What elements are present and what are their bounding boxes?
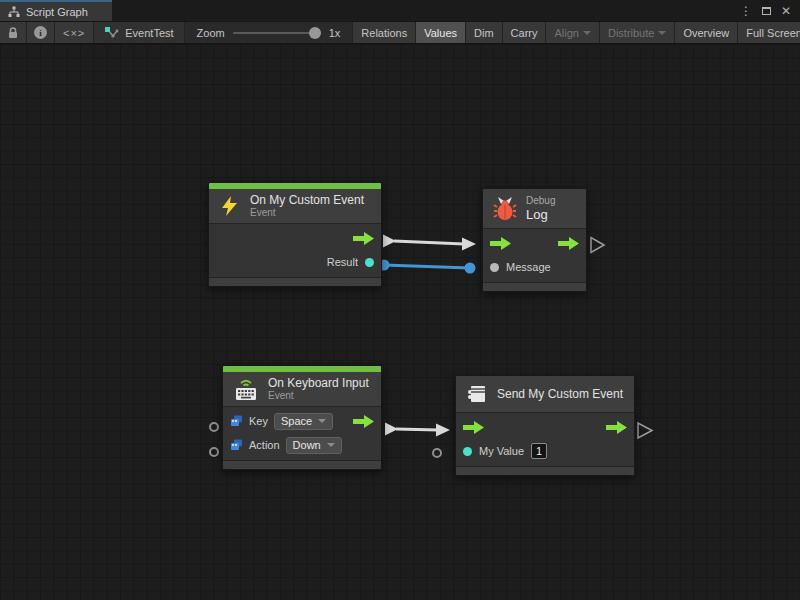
node-body: My Value bbox=[456, 412, 634, 467]
node-header: Debug Log bbox=[483, 189, 586, 228]
node-subtitle: Event bbox=[268, 390, 369, 402]
graph-name-label: EventTest bbox=[125, 27, 173, 39]
port-row: My Value bbox=[456, 439, 634, 463]
node-footer bbox=[223, 461, 381, 469]
close-icon[interactable]: ✕ bbox=[778, 3, 794, 19]
chevron-down-icon bbox=[658, 31, 666, 35]
action-input-port[interactable] bbox=[209, 447, 219, 457]
fullscreen-button[interactable]: Full Screen bbox=[738, 22, 800, 43]
overview-button[interactable]: Overview bbox=[675, 22, 738, 43]
node-body: Result bbox=[209, 223, 381, 278]
node-footer bbox=[456, 467, 634, 475]
zoom-control: Zoom 1x bbox=[185, 22, 353, 43]
zoom-slider-handle[interactable] bbox=[309, 27, 321, 39]
maximize-icon[interactable] bbox=[758, 3, 774, 19]
flow-input-port[interactable] bbox=[463, 421, 484, 434]
maximize-glyph bbox=[762, 7, 771, 15]
code-icon: <×> bbox=[63, 27, 85, 39]
my-value-input-port[interactable] bbox=[432, 448, 442, 458]
action-dropdown[interactable]: Down bbox=[286, 437, 342, 454]
port-row bbox=[456, 415, 634, 439]
port-label: Result bbox=[327, 256, 358, 268]
message-input-port[interactable] bbox=[490, 263, 499, 272]
port-row: Message bbox=[483, 255, 586, 279]
port-row: Key Space bbox=[223, 409, 381, 433]
flow-input-port[interactable] bbox=[490, 237, 511, 250]
flow-connection-arrowhead-icon bbox=[436, 424, 450, 437]
node-footer bbox=[483, 283, 586, 291]
node-title: On Keyboard Input bbox=[268, 376, 369, 390]
node-title: Send My Custom Event bbox=[497, 387, 623, 401]
tab-script-graph[interactable]: Script Graph bbox=[0, 0, 112, 21]
distribute-button[interactable]: Distribute bbox=[600, 22, 675, 43]
node-on-keyboard-input[interactable]: On Keyboard Input Event Key Space bbox=[222, 365, 382, 470]
port-row bbox=[483, 231, 586, 255]
align-button[interactable]: Align bbox=[546, 22, 599, 43]
flow-output-port[interactable] bbox=[353, 415, 374, 428]
key-input-port[interactable] bbox=[209, 422, 219, 432]
flow-output-port[interactable] bbox=[558, 237, 579, 250]
my-value-port[interactable] bbox=[463, 447, 472, 456]
node-header: On My Custom Event Event bbox=[209, 189, 381, 223]
node-debug-log[interactable]: Debug Log Message bbox=[482, 188, 587, 292]
zoom-value: 1x bbox=[329, 27, 341, 39]
zoom-label: Zoom bbox=[197, 27, 225, 39]
port-label: Message bbox=[506, 261, 551, 273]
info-icon: i bbox=[34, 26, 47, 39]
keyboard-icon bbox=[233, 376, 259, 402]
action-dropdown-value: Down bbox=[293, 439, 321, 451]
flow-output-port[interactable] bbox=[353, 232, 374, 245]
relations-button[interactable]: Relations bbox=[353, 22, 416, 43]
node-body: Key Space Action bbox=[223, 406, 381, 461]
flow-connection-arrowhead-icon bbox=[462, 238, 476, 251]
inspect-button[interactable]: i bbox=[27, 22, 55, 43]
node-send-my-custom-event[interactable]: Send My Custom Event My Value bbox=[455, 375, 635, 476]
node-category: Debug bbox=[526, 195, 555, 207]
zoom-slider[interactable] bbox=[233, 32, 321, 34]
unconnected-flow-indicator-icon bbox=[638, 423, 652, 438]
chevron-down-icon bbox=[318, 419, 326, 423]
node-header: Send My Custom Event bbox=[456, 376, 634, 412]
window-controls: ⋮ ✕ bbox=[738, 0, 800, 21]
port-label: Action bbox=[249, 439, 280, 451]
node-subtitle: Event bbox=[250, 207, 364, 219]
node-on-my-custom-event[interactable]: On My Custom Event Event Result bbox=[208, 182, 382, 287]
chevron-down-icon bbox=[583, 31, 591, 35]
unconnected-flow-indicator-icon bbox=[591, 238, 604, 253]
port-label: Key bbox=[249, 415, 268, 427]
graph-tab-icon bbox=[8, 6, 20, 18]
lightning-bolt-icon bbox=[219, 195, 241, 217]
result-output-port[interactable] bbox=[365, 258, 374, 267]
my-value-field[interactable] bbox=[531, 443, 547, 459]
title-bar: Script Graph ⋮ ✕ bbox=[0, 0, 800, 21]
flow-connection-keyboard-to-send[interactable] bbox=[396, 429, 438, 430]
node-header: On Keyboard Input Event bbox=[223, 372, 381, 406]
dim-button[interactable]: Dim bbox=[466, 22, 503, 43]
toolbar-right-group: Relations Values Dim Carry Align Distrib… bbox=[352, 22, 800, 43]
key-dropdown-value: Space bbox=[281, 415, 312, 427]
lock-button[interactable] bbox=[0, 22, 27, 43]
node-title: Log bbox=[526, 207, 555, 222]
connections-layer bbox=[0, 44, 800, 600]
flow-connection-custom-event-to-log[interactable] bbox=[394, 241, 464, 244]
flow-output-port[interactable] bbox=[606, 421, 627, 434]
node-body: Message bbox=[483, 228, 586, 283]
chevron-down-icon bbox=[327, 443, 335, 447]
bug-icon bbox=[493, 196, 517, 221]
code-preview-button[interactable]: <×> bbox=[55, 22, 94, 43]
node-footer bbox=[209, 278, 381, 286]
key-dropdown[interactable]: Space bbox=[274, 413, 333, 430]
graph-toolbar: i <×> EventTest Zoom 1x Relations Values bbox=[0, 21, 800, 44]
port-row: Result bbox=[209, 250, 381, 274]
port-row: Action Down bbox=[223, 433, 381, 457]
distribute-label: Distribute bbox=[608, 27, 654, 39]
script-graph-window: Script Graph ⋮ ✕ i <×> bbox=[0, 0, 800, 600]
window-menu-icon[interactable]: ⋮ bbox=[738, 3, 754, 19]
action-type-icon bbox=[230, 439, 243, 451]
graph-canvas[interactable]: On My Custom Event Event Result bbox=[0, 44, 800, 600]
carry-button[interactable]: Carry bbox=[503, 22, 547, 43]
value-connection-result-to-message[interactable] bbox=[384, 265, 470, 268]
value-connection-endpoint-icon bbox=[465, 263, 476, 274]
values-button[interactable]: Values bbox=[416, 22, 466, 43]
graph-reference-button[interactable]: EventTest bbox=[94, 22, 184, 43]
